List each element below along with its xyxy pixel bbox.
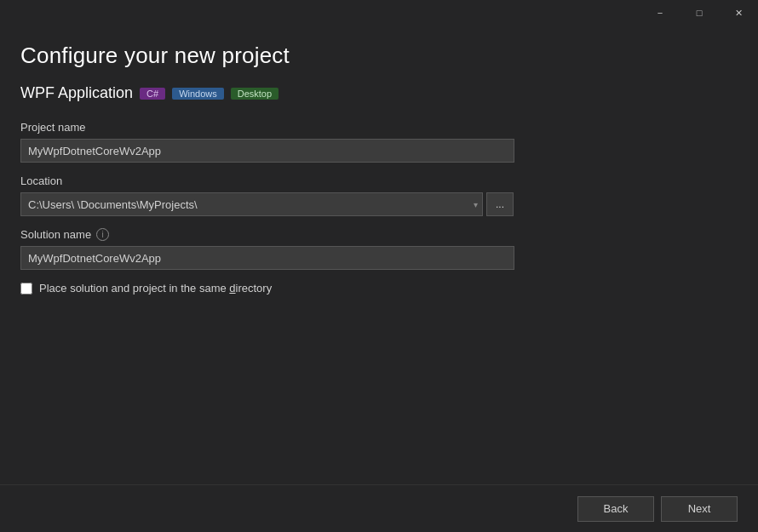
solution-name-input[interactable] [20, 246, 514, 270]
location-select[interactable]: C:\Users\ \Documents\MyProjects\ [20, 192, 483, 216]
same-directory-label[interactable]: Place solution and project in the same d… [39, 282, 272, 295]
next-button[interactable]: Next [661, 496, 738, 522]
dialog-body: Configure your new project WPF Applicati… [0, 26, 758, 484]
tag-desktop: Desktop [231, 88, 279, 100]
solution-name-label: Solution name [20, 228, 91, 241]
browse-button[interactable]: ... [486, 192, 514, 216]
title-bar: − □ ✕ [0, 0, 758, 26]
tag-csharp: C# [140, 88, 165, 100]
project-name-input[interactable] [20, 139, 514, 163]
minimize-button[interactable]: − [640, 0, 680, 26]
same-directory-row: Place solution and project in the same d… [20, 282, 738, 295]
dialog-window: − □ ✕ Configure your new project WPF App… [0, 0, 758, 532]
page-title: Configure your new project [20, 43, 738, 69]
close-button[interactable]: ✕ [719, 0, 758, 26]
project-name-group: Project name [20, 121, 738, 163]
maximize-button[interactable]: □ [680, 0, 719, 26]
location-group: Location C:\Users\ \Documents\MyProjects… [20, 174, 738, 216]
directory-underline: d [229, 282, 235, 295]
solution-name-group: Solution name i [20, 228, 738, 270]
location-row: C:\Users\ \Documents\MyProjects\ ▾ ... [20, 192, 738, 216]
dialog-footer: Back Next [0, 484, 758, 532]
location-label: Location [20, 174, 738, 187]
app-name-label: WPF Application [20, 84, 133, 102]
project-name-label: Project name [20, 121, 738, 134]
location-select-wrapper: C:\Users\ \Documents\MyProjects\ ▾ [20, 192, 483, 216]
info-icon[interactable]: i [96, 228, 109, 241]
back-button[interactable]: Back [577, 496, 654, 522]
solution-name-label-row: Solution name i [20, 228, 738, 241]
same-directory-checkbox[interactable] [20, 283, 32, 295]
app-name-row: WPF Application C# Windows Desktop [20, 84, 738, 102]
tag-windows: Windows [172, 88, 224, 100]
